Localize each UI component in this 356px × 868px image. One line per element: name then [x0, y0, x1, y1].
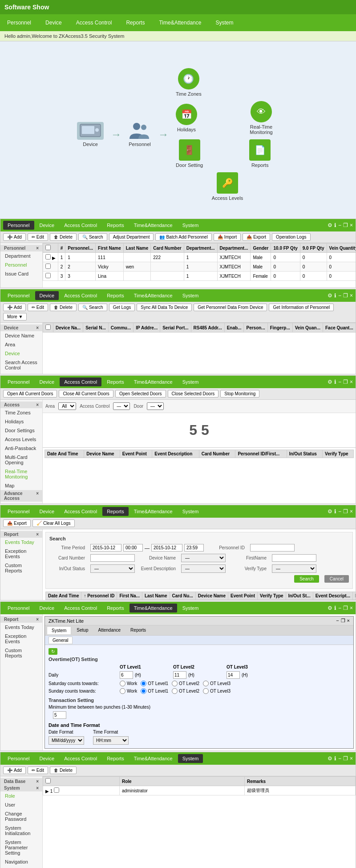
gear-icon[interactable]: ⚙	[328, 222, 332, 228]
sat-ot3-radio[interactable]	[203, 681, 209, 686]
door-select[interactable]: —	[147, 402, 164, 410]
dnav-reports[interactable]: Reports	[102, 291, 129, 300]
sidebar-events-today[interactable]: Events Today	[0, 538, 42, 547]
info-icon[interactable]: ℹ	[334, 292, 336, 299]
sun-work-radio[interactable]	[120, 688, 125, 694]
popup-restore-button[interactable]: ❐	[341, 618, 345, 624]
inout-select[interactable]: —	[90, 564, 135, 573]
refresh-button[interactable]: ↻	[49, 648, 57, 655]
rnav-personnel[interactable]: Personnel	[3, 507, 34, 516]
sidebar-anti-passback[interactable]: Anti-Passback	[0, 444, 42, 453]
time-to-input[interactable]	[184, 544, 204, 552]
sidebar-department[interactable]: Department	[0, 251, 42, 260]
ta-sub-tab-general[interactable]: General	[49, 637, 73, 644]
close-icon[interactable]: ×	[350, 379, 353, 385]
stop-monitoring-button[interactable]: Stop Monitoring	[220, 390, 259, 397]
area-select[interactable]: All	[58, 402, 76, 410]
sidebar-sys-param[interactable]: System Parameter Setting	[0, 838, 42, 857]
nav-personnel[interactable]: Personnel	[0, 17, 38, 28]
edit-button[interactable]: ✏ Edit	[28, 304, 48, 311]
sat-ot1-radio[interactable]	[141, 681, 146, 686]
row-checkbox[interactable]	[54, 787, 59, 793]
sidebar-multi-card[interactable]: Multi-Card Opening	[0, 453, 42, 467]
sidebar-device-name[interactable]: Device Name	[0, 331, 42, 340]
first-name-input[interactable]	[272, 554, 316, 562]
ta-tab-setup[interactable]: Setup	[72, 626, 93, 634]
pnav-personnel[interactable]: Personnel	[3, 221, 34, 230]
gear-icon[interactable]: ⚙	[328, 605, 332, 611]
tanav-reports[interactable]: Reports	[102, 604, 129, 612]
reports-sidebar-section[interactable]: Report ×	[0, 531, 42, 538]
ta-tab-attendance[interactable]: Attendance	[93, 626, 125, 634]
popup-minimize-button[interactable]: −	[336, 618, 339, 624]
nav-reports[interactable]: Reports	[119, 17, 152, 28]
export-button[interactable]: 📤 Export	[243, 233, 270, 241]
select-all-checkbox[interactable]	[45, 778, 51, 783]
delete-button[interactable]: 🗑 Delete	[50, 304, 77, 311]
advance-access-section[interactable]: Advance Access ×	[0, 490, 42, 502]
close-all-doors-button[interactable]: Close All Current Doors	[59, 390, 113, 397]
sidebar-issue-card[interactable]: Issue Card	[0, 269, 42, 278]
rnav-access[interactable]: Access Control	[60, 507, 101, 516]
ta-sidebar-exception-events[interactable]: Exception Events	[0, 632, 42, 646]
row-checkbox[interactable]	[45, 273, 51, 278]
restore-icon[interactable]: ❐	[343, 755, 348, 762]
sat-ot2-radio[interactable]	[172, 681, 178, 686]
table-row[interactable]: 33Lina1XJMTECHFemale0000	[43, 272, 356, 281]
sun-ot2-radio[interactable]	[172, 688, 178, 694]
minimize-icon[interactable]: −	[338, 292, 341, 299]
clear-all-logs-button[interactable]: 🧹 Clear All Logs	[32, 519, 75, 527]
edit-button[interactable]: ✏ Edit	[28, 767, 48, 774]
anav-ta[interactable]: Time&Attendance	[129, 377, 177, 386]
tanav-personnel[interactable]: Personnel	[3, 604, 34, 612]
date-to-input[interactable]	[151, 544, 182, 552]
sidebar-realtime[interactable]: Real-Time Monitoring	[0, 467, 42, 481]
info-icon[interactable]: ℹ	[334, 605, 336, 611]
close-icon[interactable]: ×	[350, 755, 353, 762]
sun-ot3-radio[interactable]	[203, 688, 209, 694]
access-control-select[interactable]: —	[113, 402, 130, 410]
dnav-personnel[interactable]: Personnel	[3, 291, 34, 300]
sidebar-door-settings[interactable]: Door Settings	[0, 426, 42, 435]
open-selected-button[interactable]: Open Selected Doors	[115, 390, 166, 397]
gear-icon[interactable]: ⚙	[328, 292, 332, 299]
anav-access[interactable]: Access Control	[60, 377, 101, 386]
add-button[interactable]: ➕ Add	[3, 304, 26, 311]
close-icon[interactable]: ×	[350, 292, 353, 299]
info-icon[interactable]: ℹ	[334, 508, 336, 515]
pnav-device[interactable]: Device	[35, 221, 59, 230]
system-sidebar-db-section[interactable]: Data Base ×	[0, 778, 42, 785]
delete-button[interactable]: 🗑 Delete	[50, 233, 77, 241]
sidebar-holidays[interactable]: Holidays	[0, 417, 42, 426]
tanav-ta[interactable]: Time&Attendance	[129, 604, 177, 612]
dnav-ta[interactable]: Time&Attendance	[129, 291, 177, 300]
dnav-access[interactable]: Access Control	[60, 291, 101, 300]
ta-sidebar-custom-reports[interactable]: Custom Reports	[0, 646, 42, 660]
sidebar-access-levels[interactable]: Access Levels	[0, 435, 42, 444]
sidebar-map[interactable]: Map	[0, 481, 42, 490]
nav-time-attendance[interactable]: Time&Attendance	[152, 17, 208, 28]
ts-value-input[interactable]	[53, 711, 66, 719]
ta-tab-system[interactable]: System	[47, 626, 71, 634]
search-submit-button[interactable]: Search	[294, 575, 319, 583]
ta-sidebar-section[interactable]: Report ×	[0, 616, 42, 623]
row-checkbox[interactable]	[45, 264, 51, 269]
daily-level2-input[interactable]	[173, 671, 186, 679]
anav-personnel[interactable]: Personnel	[3, 377, 34, 386]
rnav-device[interactable]: Device	[35, 507, 59, 516]
close-selected-button[interactable]: Close Selected Doors	[168, 390, 219, 397]
minimize-icon[interactable]: −	[338, 508, 341, 515]
minimize-icon[interactable]: −	[338, 379, 341, 385]
adjust-dept-button[interactable]: Adjust Department	[109, 233, 154, 241]
table-row[interactable]: ▶ 111112221XJMTECHMale0000	[43, 253, 356, 262]
synav-ta[interactable]: Time&Attendance	[129, 754, 177, 763]
restore-icon[interactable]: ❐	[343, 508, 348, 515]
table-row[interactable]: ▶ 1 administrator 超级管理员	[43, 786, 356, 795]
pnav-access[interactable]: Access Control	[60, 221, 101, 230]
search-button[interactable]: 🔍 Search	[78, 233, 107, 241]
close-icon[interactable]: ×	[350, 508, 353, 515]
gear-icon[interactable]: ⚙	[328, 755, 332, 762]
add-button[interactable]: ➕Add	[3, 233, 26, 241]
search-button[interactable]: 🔍 Search	[78, 304, 107, 311]
pnav-reports[interactable]: Reports	[102, 221, 129, 230]
